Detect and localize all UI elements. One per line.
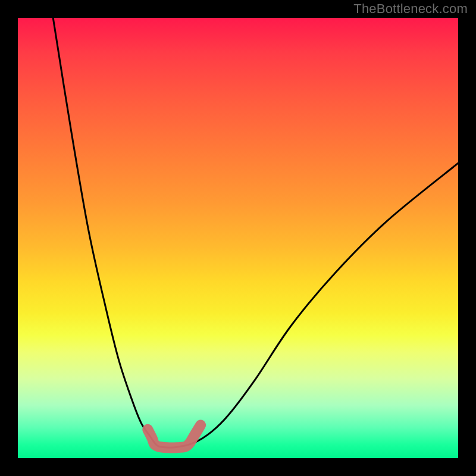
marker-band [148, 425, 201, 448]
plot-area [18, 18, 458, 458]
chart-svg [18, 18, 458, 458]
chart-frame: TheBottleneck.com [0, 0, 476, 476]
watermark-text: TheBottleneck.com [353, 1, 468, 17]
black-curve [53, 18, 458, 447]
